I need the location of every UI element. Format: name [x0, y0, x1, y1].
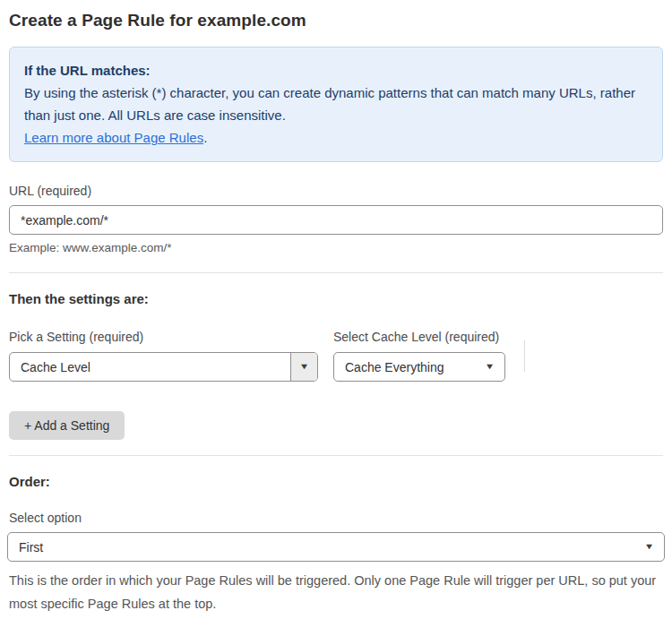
pick-setting-dropdown[interactable]: Cache Level ▼: [9, 352, 318, 382]
page-title: Create a Page Rule for example.com: [9, 11, 663, 30]
pick-setting-column: Pick a Setting (required) Cache Level ▼: [9, 330, 318, 382]
order-select-label: Select option: [9, 511, 663, 525]
settings-row: Pick a Setting (required) Cache Level ▼ …: [9, 330, 663, 382]
pick-setting-arrow-button[interactable]: ▼: [290, 353, 317, 381]
order-select-value: First: [19, 540, 43, 555]
url-match-info-box: If the URL matches: By using the asteris…: [9, 47, 663, 162]
chevron-down-icon: ▼: [644, 543, 655, 551]
order-select[interactable]: First ▼: [7, 532, 665, 562]
cache-level-dropdown[interactable]: Cache Everything ▼: [333, 352, 505, 382]
url-field-label: URL (required): [9, 184, 663, 198]
pick-setting-value: Cache Level: [10, 353, 290, 381]
link-suffix: .: [203, 130, 207, 145]
url-input[interactable]: [9, 205, 663, 235]
order-help-text: This is the order in which your Page Rul…: [9, 570, 663, 615]
create-page-rule-form: Create a Page Rule for example.com If th…: [0, 0, 672, 619]
order-heading: Order:: [9, 474, 663, 489]
chevron-down-icon: ▼: [485, 363, 495, 371]
learn-more-link[interactable]: Learn more about Page Rules: [24, 130, 203, 145]
info-box-heading: If the URL matches:: [24, 59, 648, 82]
cache-level-column: Select Cache Level (required) Cache Ever…: [333, 330, 505, 382]
info-box-link-line: Learn more about Page Rules.: [24, 126, 648, 149]
chevron-down-icon: ▼: [299, 363, 310, 371]
divider-after-url: [9, 272, 663, 273]
settings-section-heading: Then the settings are:: [9, 291, 663, 306]
order-section: Order: Select option First ▼ This is the…: [9, 474, 663, 615]
cache-level-value: Cache Everything: [345, 360, 444, 374]
setting-divider: [524, 340, 525, 372]
url-example-text: Example: www.example.com/*: [9, 241, 663, 254]
info-box-body: By using the asterisk (*) character, you…: [24, 82, 648, 126]
divider-after-settings: [9, 455, 663, 456]
cache-level-label: Select Cache Level (required): [333, 330, 505, 344]
add-setting-button[interactable]: + Add a Setting: [9, 411, 125, 440]
pick-setting-label: Pick a Setting (required): [9, 330, 318, 344]
